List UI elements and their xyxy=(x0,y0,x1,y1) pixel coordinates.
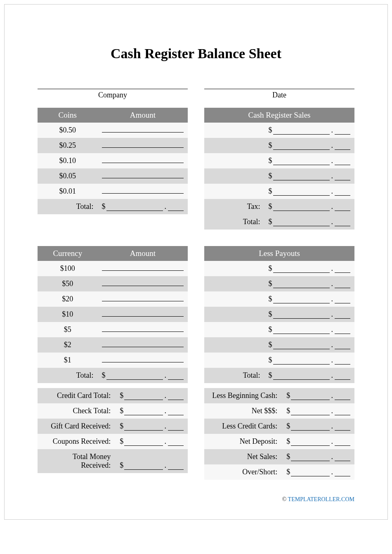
check-total-input[interactable]: $. xyxy=(120,407,184,415)
footer: © TEMPLATEROLLER.COM xyxy=(38,496,354,503)
payout-input[interactable]: $. xyxy=(269,279,350,288)
amount-input[interactable] xyxy=(102,126,184,133)
sales-input[interactable]: $. xyxy=(269,141,350,150)
payout-input[interactable]: $. xyxy=(269,264,350,273)
net-dollars-label: Net $$$: xyxy=(204,403,282,419)
dollar-sign: $ xyxy=(286,437,290,446)
summary-right-table: Less Beginning Cash:$. Net $$$:$. Less C… xyxy=(204,388,354,480)
dollar-sign: $ xyxy=(286,407,290,415)
footer-link[interactable]: TEMPLATEROLLER.COM xyxy=(288,496,354,502)
sales-total-input[interactable]: $. xyxy=(269,218,350,226)
credit-card-total-input[interactable]: $. xyxy=(120,391,184,400)
dollar-sign: $ xyxy=(269,126,272,135)
coin-denom: $0.01 xyxy=(38,184,98,199)
dollar-sign: $ xyxy=(269,264,272,273)
dollar-sign: $ xyxy=(269,279,272,288)
amount-input[interactable] xyxy=(102,141,184,148)
dollar-sign: $ xyxy=(269,218,272,226)
dollar-sign: $ xyxy=(269,325,272,334)
over-short-input[interactable]: $. xyxy=(286,468,350,476)
currency-denom: $5 xyxy=(38,322,98,337)
amount-input[interactable] xyxy=(102,279,184,286)
payouts-table: Less Payouts $. $. $. $. $. $. $. Total:… xyxy=(204,246,354,383)
company-input-line[interactable] xyxy=(38,80,188,89)
dollar-sign: $ xyxy=(286,391,290,400)
amount-header: Amount xyxy=(98,108,188,123)
gift-card-input[interactable]: $. xyxy=(120,422,184,431)
payout-input[interactable]: $. xyxy=(269,341,350,349)
dollar-sign: $ xyxy=(269,295,272,303)
coin-denom: $0.25 xyxy=(38,138,98,153)
sales-input[interactable]: $. xyxy=(269,172,350,180)
summary-left-table: Credit Card Total:$. Check Total:$. Gift… xyxy=(38,388,188,473)
coin-denom: $0.50 xyxy=(38,123,98,138)
payouts-total-input[interactable]: $. xyxy=(269,371,350,380)
less-credit-cards-input[interactable]: $. xyxy=(286,422,350,431)
net-deposit-label: Net Deposit: xyxy=(204,434,282,449)
amount-input[interactable] xyxy=(102,356,184,362)
dollar-sign: $ xyxy=(269,202,272,211)
coins-total-input[interactable]: $. xyxy=(102,202,184,211)
amount-input[interactable] xyxy=(102,310,184,317)
payout-input[interactable]: $. xyxy=(269,310,350,319)
sales-input[interactable]: $. xyxy=(269,156,350,165)
net-deposit-input[interactable]: $. xyxy=(286,437,350,446)
dollar-sign: $ xyxy=(102,371,106,380)
less-beginning-cash-input[interactable]: $. xyxy=(286,391,350,400)
payout-input[interactable]: $. xyxy=(269,325,350,334)
coupons-label: Coupons Received: xyxy=(38,434,116,449)
coins-total-label: Total: xyxy=(38,199,98,214)
amount-input[interactable] xyxy=(102,325,184,332)
payouts-total-label: Total: xyxy=(204,368,264,383)
currency-denom: $1 xyxy=(38,353,98,368)
less-credit-cards-label: Less Credit Cards: xyxy=(204,419,282,434)
sales-table: Cash Register Sales $. $. $. $. $. Tax:$… xyxy=(204,108,354,230)
dollar-sign: $ xyxy=(286,452,290,461)
currency-denom: $2 xyxy=(38,337,98,353)
tax-label: Tax: xyxy=(204,199,264,214)
sales-total-label: Total: xyxy=(204,214,264,230)
date-label: Date xyxy=(204,91,354,99)
amount-input[interactable] xyxy=(102,264,184,271)
dollar-sign: $ xyxy=(269,341,272,349)
currency-table: Currency Amount $100 $50 $20 $10 $5 $2 $… xyxy=(38,246,188,383)
dollar-sign: $ xyxy=(269,310,272,319)
credit-card-total-label: Credit Card Total: xyxy=(38,388,116,403)
net-sales-input[interactable]: $. xyxy=(286,452,350,461)
amount-input[interactable] xyxy=(102,295,184,301)
dollar-sign: $ xyxy=(269,172,272,180)
dollar-sign: $ xyxy=(120,407,123,415)
payout-input[interactable]: $. xyxy=(269,295,350,303)
currency-denom: $100 xyxy=(38,261,98,276)
dollar-sign: $ xyxy=(269,187,272,196)
tax-input[interactable]: $. xyxy=(269,202,350,211)
currency-denom: $50 xyxy=(38,276,98,291)
net-sales-label: Net Sales: xyxy=(204,449,282,464)
dollar-sign: $ xyxy=(269,371,272,380)
sales-input[interactable]: $. xyxy=(269,126,350,135)
coin-denom: $0.10 xyxy=(38,153,98,168)
dollar-sign: $ xyxy=(120,391,123,400)
copyright-symbol: © xyxy=(282,496,287,502)
currency-total-input[interactable]: $. xyxy=(102,371,184,380)
dollar-sign: $ xyxy=(269,156,272,165)
less-beginning-cash-label: Less Beginning Cash: xyxy=(204,388,282,403)
payout-input[interactable]: $. xyxy=(269,356,350,365)
over-short-label: Over/Short: xyxy=(204,464,282,480)
coupons-input[interactable]: $. xyxy=(120,437,184,446)
amount-input[interactable] xyxy=(102,156,184,163)
page-title: Cash Register Balance Sheet xyxy=(38,46,354,62)
net-dollars-input[interactable]: $. xyxy=(286,407,350,415)
dollar-sign: $ xyxy=(120,437,123,446)
coins-header: Coins xyxy=(38,108,98,123)
sales-input[interactable]: $. xyxy=(269,187,350,196)
dollar-sign: $ xyxy=(120,461,123,470)
date-input-line[interactable] xyxy=(204,80,354,89)
amount-input[interactable] xyxy=(102,341,184,347)
amount-input[interactable] xyxy=(102,172,184,178)
dollar-sign: $ xyxy=(286,422,290,431)
total-money-input[interactable]: $. xyxy=(120,461,184,470)
coin-denom: $0.05 xyxy=(38,168,98,184)
currency-total-label: Total: xyxy=(38,368,98,383)
amount-input[interactable] xyxy=(102,187,184,194)
